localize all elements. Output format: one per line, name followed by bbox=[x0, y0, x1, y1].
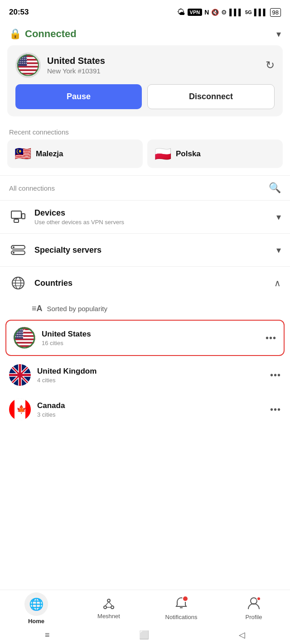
svg-rect-14 bbox=[11, 211, 21, 218]
svg-point-53 bbox=[107, 599, 110, 602]
uk-more-icon[interactable]: ••• bbox=[270, 370, 281, 380]
countries-left: Countries bbox=[9, 274, 72, 292]
sort-label: Sorted by popularity bbox=[47, 305, 107, 312]
us-more-icon[interactable]: ••• bbox=[266, 333, 276, 343]
country-canada-left: 🍁 Canada 3 cities bbox=[9, 399, 65, 420]
svg-point-61 bbox=[251, 598, 257, 604]
svg-line-57 bbox=[109, 602, 112, 606]
country-us-left: ★★★★★★ ★★★★★ ★★★★★★ ★★★★★ United States … bbox=[14, 327, 91, 349]
canada-details: Canada 3 cities bbox=[37, 401, 65, 418]
countries-item[interactable]: Countries ∧ bbox=[0, 267, 290, 299]
svg-rect-15 bbox=[14, 219, 19, 222]
country-item-canada[interactable]: 🍁 Canada 3 cities ••• bbox=[0, 392, 290, 427]
svg-point-54 bbox=[104, 606, 106, 609]
android-menu-icon[interactable]: ≡ bbox=[45, 630, 50, 640]
profile-icon-wrapper bbox=[247, 596, 260, 612]
server-details: United States New York #10391 bbox=[47, 56, 105, 75]
uk-name: United Kingdom bbox=[37, 367, 97, 376]
notifications-icon bbox=[175, 596, 188, 610]
malaysia-label: Malezja bbox=[36, 149, 63, 159]
nav-profile[interactable]: Profile bbox=[218, 596, 290, 620]
canada-flag-svg: 🍁 bbox=[9, 399, 31, 420]
malaysia-flag-icon: 🇲🇾 bbox=[14, 146, 31, 162]
specialty-icon bbox=[9, 241, 27, 259]
vpn-badge: VPN bbox=[188, 9, 203, 16]
recent-item-malaysia[interactable]: 🇲🇾 Malezja bbox=[7, 139, 143, 168]
svg-text:★★★★★: ★★★★★ bbox=[14, 336, 24, 338]
countries-icon bbox=[9, 274, 27, 292]
bluetooth-icon: ⚙ bbox=[221, 9, 227, 16]
all-connections-header: All connections 🔍 bbox=[0, 176, 290, 200]
svg-point-55 bbox=[111, 606, 114, 609]
nav-home[interactable]: 🌐 Home bbox=[0, 592, 72, 625]
pause-button[interactable]: Pause bbox=[15, 84, 142, 109]
notifications-label: Notifications bbox=[165, 614, 198, 620]
home-globe-icon: 🌐 bbox=[29, 597, 44, 611]
us-name: United States bbox=[42, 330, 91, 339]
svg-rect-4 bbox=[17, 67, 39, 69]
nav-notifications[interactable]: Notifications bbox=[145, 596, 218, 620]
disconnect-button[interactable]: Disconnect bbox=[147, 84, 275, 109]
chevron-down-icon[interactable]: ▾ bbox=[276, 29, 281, 39]
uk-details: United Kingdom 4 cities bbox=[37, 367, 97, 384]
android-navbar: ≡ ⬜ ◁ bbox=[0, 626, 290, 644]
recent-connections-label: Recent connections bbox=[0, 124, 290, 139]
battery-icon: 98 bbox=[270, 8, 281, 17]
search-icon[interactable]: 🔍 bbox=[269, 182, 281, 194]
sort-icon: ≡A bbox=[32, 304, 43, 313]
poland-flag-icon: 🇵🇱 bbox=[155, 146, 171, 162]
connected-status: 🔒 Connected bbox=[9, 28, 77, 40]
recent-item-poland[interactable]: 🇵🇱 Polska bbox=[147, 139, 283, 168]
network-5g-icon: 5G bbox=[245, 10, 252, 15]
android-back-icon[interactable]: ◁ bbox=[239, 630, 245, 640]
refresh-icon[interactable]: ↻ bbox=[266, 59, 275, 72]
meshnet-label: Meshnet bbox=[97, 613, 120, 620]
status-bar: 20:53 🌤 VPN N 🔇 ⚙ ▌▌▌ 5G ▌▌▌ 98 bbox=[0, 0, 290, 23]
home-icon-bg: 🌐 bbox=[24, 592, 48, 616]
country-item-us[interactable]: ★★★★★★ ★★★★★ ★★★★★★ ★★★★★ United States … bbox=[5, 320, 285, 356]
poland-label: Polska bbox=[176, 149, 201, 159]
country-item-uk[interactable]: United Kingdom 4 cities ••• bbox=[0, 358, 290, 392]
action-buttons: Pause Disconnect bbox=[15, 84, 275, 109]
server-info: ★★★★★★ ★★★★★ ★★★★★★ ★★★★★ United States … bbox=[15, 53, 275, 78]
signal-icon: ▌▌▌ bbox=[229, 9, 243, 16]
devices-item[interactable]: Devices Use other devices as VPN servers… bbox=[0, 201, 290, 233]
weather-icon: 🌤 bbox=[177, 8, 185, 17]
profile-label: Profile bbox=[246, 614, 262, 620]
specialty-title: Specialty servers bbox=[34, 245, 102, 255]
devices-text: Devices Use other devices as VPN servers bbox=[34, 208, 124, 226]
canada-more-icon[interactable]: ••• bbox=[270, 404, 281, 415]
home-label: Home bbox=[28, 618, 44, 625]
svg-rect-50 bbox=[9, 399, 14, 420]
server-card: ★★★★★★ ★★★★★ ★★★★★★ ★★★★★ United States … bbox=[7, 45, 283, 116]
svg-line-56 bbox=[105, 602, 109, 606]
specialty-chevron-icon: ▾ bbox=[276, 245, 281, 255]
status-icons: 🌤 VPN N 🔇 ⚙ ▌▌▌ 5G ▌▌▌ 98 bbox=[177, 8, 281, 17]
uk-cities: 4 cities bbox=[37, 377, 97, 384]
canada-cities: 3 cities bbox=[37, 411, 65, 418]
us-flag-circle: ★★★★★★ ★★★★★ ★★★★★★ ★★★★★ bbox=[14, 327, 35, 349]
svg-text:🍁: 🍁 bbox=[16, 404, 27, 414]
server-node: New York #10391 bbox=[47, 67, 105, 75]
nfc-icon: N bbox=[204, 9, 209, 16]
bottom-nav: 🌐 Home Meshnet Notifications bbox=[0, 590, 290, 626]
devices-svg bbox=[11, 211, 25, 223]
devices-chevron-icon: ▾ bbox=[276, 211, 281, 222]
devices-icon bbox=[9, 208, 27, 226]
notifications-icon-wrapper bbox=[175, 596, 188, 612]
us-cities: 16 cities bbox=[42, 340, 91, 346]
us-flag-svg: ★★★★★★ ★★★★★ ★★★★★★ ★★★★★ bbox=[17, 53, 39, 78]
specialty-servers-item[interactable]: Specialty servers ▾ bbox=[0, 234, 290, 266]
devices-left: Devices Use other devices as VPN servers bbox=[9, 208, 124, 226]
android-home-icon[interactable]: ⬜ bbox=[139, 630, 149, 640]
svg-point-60 bbox=[183, 597, 187, 601]
meshnet-icon bbox=[102, 597, 116, 611]
server-left: ★★★★★★ ★★★★★ ★★★★★★ ★★★★★ United States … bbox=[15, 53, 105, 78]
sort-row: ≡A Sorted by popularity bbox=[0, 299, 290, 318]
nav-meshnet[interactable]: Meshnet bbox=[72, 597, 145, 620]
svg-point-18 bbox=[13, 246, 14, 248]
countries-chevron-icon: ∧ bbox=[274, 278, 281, 288]
uk-flag-svg bbox=[9, 364, 31, 386]
globe-svg bbox=[11, 276, 25, 290]
connected-header[interactable]: 🔒 Connected ▾ bbox=[0, 23, 290, 45]
